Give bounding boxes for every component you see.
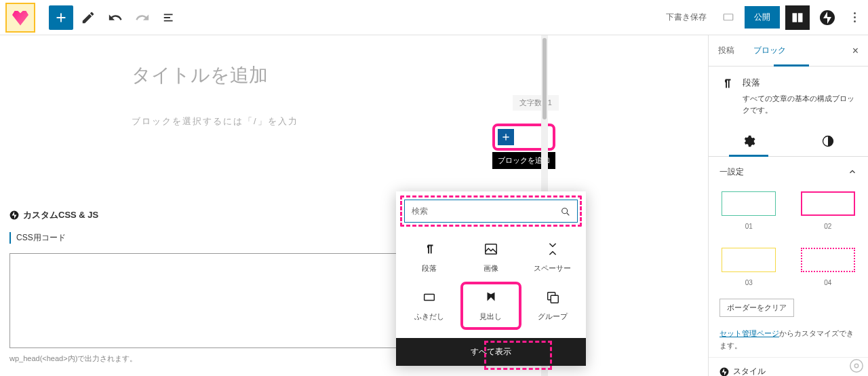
inserter-item-heading[interactable]: 見出し — [462, 283, 521, 328]
jetpack-small-icon — [9, 210, 19, 220]
svg-rect-0 — [724, 14, 733, 20]
clear-border-button[interactable]: ボーダーをクリア — [719, 299, 794, 317]
inline-add-block-button[interactable] — [498, 129, 514, 145]
svg-rect-1 — [793, 13, 797, 22]
sidebar-close-button[interactable]: × — [843, 38, 868, 64]
inserter-item-paragraph[interactable]: 段落 — [400, 235, 459, 280]
gear-icon — [849, 358, 864, 373]
gear-icon — [742, 134, 755, 148]
draft-save-button[interactable]: 下書き保存 — [660, 7, 712, 27]
svg-point-12 — [850, 360, 863, 372]
customize-hint-text: セット管理ページからカスタマイズできます。 — [719, 328, 857, 352]
search-icon — [560, 206, 571, 217]
inserter-item-label: 見出し — [479, 312, 502, 322]
tab-block[interactable]: ブロック — [744, 35, 795, 66]
inserter-item-label: ふきだし — [414, 312, 444, 322]
style-section-toggle[interactable]: スタイル — [709, 357, 868, 376]
block-type-description: すべての文章の基本の構成ブロックです。 — [743, 93, 857, 117]
redo-button[interactable] — [130, 5, 155, 30]
image-icon — [484, 242, 498, 257]
balloon-icon — [422, 290, 437, 305]
inserter-item-balloon[interactable]: ふきだし — [400, 283, 459, 328]
list-view-button[interactable] — [157, 5, 182, 30]
inserter-item-label: グループ — [538, 312, 568, 322]
inserter-item-label: スペーサー — [534, 263, 571, 274]
settings-tab-button[interactable] — [709, 126, 789, 156]
publish-button[interactable]: 公開 — [745, 6, 780, 29]
heading-icon — [484, 290, 498, 305]
block-placeholder-text[interactable]: ブロックを選択するには「/」を入力 — [132, 115, 692, 128]
preset-manage-link[interactable]: セット管理ページ — [719, 329, 779, 337]
block-inserter-popup: 段落 画像 スペーサー ふきだし 見出し — [396, 191, 586, 366]
top-toolbar: 下書き保存 公開 — [0, 0, 868, 35]
char-count-badge: 文字数 : 1 — [513, 95, 559, 111]
paragraph-icon — [719, 76, 734, 91]
paragraph-icon — [422, 242, 437, 257]
inserter-search-input[interactable] — [404, 200, 578, 223]
settings-section-toggle[interactable]: 一設定 — [719, 166, 857, 185]
border-preset-04[interactable]: 04 — [800, 248, 856, 286]
chevron-up-icon — [848, 167, 857, 176]
inserter-item-image[interactable]: 画像 — [462, 235, 521, 280]
svg-rect-6 — [425, 294, 435, 300]
jetpack-small-icon — [719, 367, 729, 376]
border-preset-03[interactable]: 03 — [721, 248, 777, 286]
spacer-icon — [545, 242, 560, 257]
block-type-title: 段落 — [743, 76, 857, 90]
inserter-item-spacer[interactable]: スペーサー — [523, 235, 582, 280]
preview-button[interactable] — [717, 7, 739, 29]
group-icon — [545, 290, 560, 305]
undo-button[interactable] — [103, 5, 127, 30]
svg-point-13 — [854, 364, 859, 368]
custom-css-heading: カスタムCSS & JS — [23, 209, 98, 221]
svg-rect-2 — [798, 13, 803, 22]
border-preset-02[interactable]: 02 — [800, 191, 856, 230]
settings-toggle-button[interactable] — [785, 5, 810, 30]
add-block-toolbar-button[interactable] — [49, 5, 73, 30]
edit-mode-button[interactable] — [76, 5, 100, 30]
svg-rect-5 — [486, 244, 497, 255]
inserter-show-all-button[interactable]: すべて表示 — [396, 338, 586, 366]
styles-tab-button[interactable] — [789, 126, 869, 156]
contrast-icon — [821, 134, 835, 148]
inserter-item-label: 段落 — [422, 263, 437, 274]
scrollbar-thumb[interactable] — [542, 38, 547, 119]
post-title-input[interactable]: タイトルを追加 — [132, 62, 692, 88]
editor-canvas: タイトルを追加 文字数 : 1 ブロックを選択するには「/」を入力 ブロックを追… — [0, 35, 708, 376]
tab-post[interactable]: 投稿 — [709, 35, 744, 66]
site-logo[interactable] — [5, 3, 35, 33]
jetpack-icon[interactable] — [818, 8, 837, 27]
settings-sidebar: 投稿 ブロック × 段落 すべての文章の基本の構成ブロックです。 一設定 — [708, 35, 868, 376]
svg-point-4 — [562, 208, 568, 214]
inserter-item-label: 画像 — [484, 263, 498, 274]
inserter-item-group[interactable]: グループ — [523, 283, 582, 328]
svg-rect-8 — [551, 295, 558, 303]
more-options-button[interactable] — [846, 10, 863, 26]
border-preset-01[interactable]: 01 — [721, 191, 777, 230]
annotation-highlight — [460, 282, 522, 330]
